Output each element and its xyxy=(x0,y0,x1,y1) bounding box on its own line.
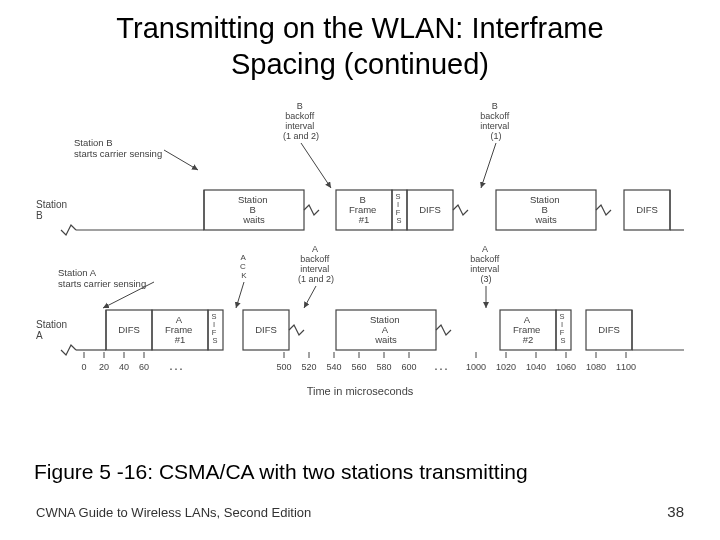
a-backoff-label-1: A backoff interval (1 and 2) xyxy=(298,244,334,284)
axis-tick: 600 xyxy=(401,352,416,372)
title-line-2: Spacing (continued) xyxy=(231,48,489,80)
svg-text:520: 520 xyxy=(301,362,316,372)
svg-text:1080: 1080 xyxy=(586,362,606,372)
axis-tick: 40 xyxy=(119,352,129,372)
a-ack-label: A C K xyxy=(240,253,248,280)
b-frame-1-box: B Frame #1 xyxy=(336,190,392,230)
station-a-label: Station A xyxy=(36,319,70,341)
a-difs-box-2: DIFS xyxy=(243,310,289,350)
page-number: 38 xyxy=(667,503,684,520)
title-line-1: Transmitting on the WLAN: Interframe xyxy=(116,12,603,44)
svg-text:40: 40 xyxy=(119,362,129,372)
svg-text:DIFS: DIFS xyxy=(419,204,441,215)
b-difs-box-2: DIFS xyxy=(624,190,670,230)
svg-text:1040: 1040 xyxy=(526,362,546,372)
a-difs-box-1: DIFS xyxy=(106,310,152,350)
axis-tick: 500 xyxy=(276,352,291,372)
gap-zig-icon xyxy=(304,205,319,215)
svg-text:S
        I
        F
        : S I F S xyxy=(211,312,218,345)
arrow-a-ack xyxy=(236,282,244,308)
gap-zig-icon xyxy=(436,325,451,335)
station-a-sense-label: Station A starts carrier sensing xyxy=(58,267,146,289)
svg-text:A
        Frame
        #2: A Frame #2 xyxy=(513,314,543,345)
svg-text:1000: 1000 xyxy=(466,362,486,372)
station-b-wait-box: Station B waits xyxy=(204,190,304,230)
svg-text:20: 20 xyxy=(99,362,109,372)
arrow-b-backoff-1 xyxy=(301,143,331,188)
arrow-a-backoff-1 xyxy=(304,286,316,308)
station-b-wait-box-2: Station B waits xyxy=(496,190,596,230)
footer-source: CWNA Guide to Wireless LANs, Second Edit… xyxy=(36,505,311,520)
svg-text:S
        I
        F
        : S I F S xyxy=(395,192,402,225)
station-b-sense-label: Station B starts carrier sensing xyxy=(74,137,162,159)
ellipsis-icon: . . . xyxy=(435,362,448,372)
b-difs-box-1: DIFS xyxy=(407,190,453,230)
axis-tick: 1000 xyxy=(466,352,486,372)
axis-tick: 580 xyxy=(376,352,391,372)
svg-text:1060: 1060 xyxy=(556,362,576,372)
svg-text:DIFS: DIFS xyxy=(598,324,620,335)
b-sifs-box: S I F S xyxy=(392,190,407,230)
zigzag-icon xyxy=(61,345,76,355)
axis-ticks: 0 20 40 60 . . . 500 520 540 560 580 600… xyxy=(76,352,684,372)
svg-text:Station
        A
        wait: Station A waits xyxy=(370,314,402,345)
gap-zig-icon xyxy=(453,205,468,215)
svg-text:1020: 1020 xyxy=(496,362,516,372)
a-sifs-box-2: S I F S xyxy=(556,310,571,350)
b-backoff-label-1: B backoff interval (1 and 2) xyxy=(283,101,319,141)
svg-text:600: 600 xyxy=(401,362,416,372)
svg-text:DIFS: DIFS xyxy=(636,204,658,215)
svg-text:560: 560 xyxy=(351,362,366,372)
axis-tick: 560 xyxy=(351,352,366,372)
zigzag-icon xyxy=(61,225,76,235)
axis-tick: 0 xyxy=(81,352,86,372)
a-frame-2-box: A Frame #2 xyxy=(500,310,556,350)
axis-tick: 1080 xyxy=(586,352,606,372)
b-backoff-label-2: B backoff interval (1) xyxy=(480,101,512,141)
ellipsis-icon: . . . xyxy=(170,362,183,372)
arrow-b-backoff-2 xyxy=(481,143,496,188)
figure-caption: Figure 5 -16: CSMA/CA with two stations … xyxy=(34,460,528,484)
slide-title: Transmitting on the WLAN: Interframe Spa… xyxy=(0,0,720,83)
a-sifs-box-1: S I F S xyxy=(208,310,223,350)
a-difs-box-3: DIFS xyxy=(586,310,632,350)
axis-tick: 1060 xyxy=(556,352,576,372)
svg-text:B
        Frame
        #1: B Frame #1 xyxy=(349,194,379,225)
svg-text:Station
        B
        wait: Station B waits xyxy=(238,194,270,225)
gap-zig-icon xyxy=(596,205,611,215)
arrow-b-sense xyxy=(164,150,198,170)
timing-diagram: Station B Station B starts carrier sensi… xyxy=(36,100,684,410)
svg-text:DIFS: DIFS xyxy=(255,324,277,335)
svg-text:1100: 1100 xyxy=(616,362,636,372)
svg-text:S
        I
        F
        : S I F S xyxy=(559,312,566,345)
axis-tick: 520 xyxy=(301,352,316,372)
svg-text:0: 0 xyxy=(81,362,86,372)
axis-tick: 1020 xyxy=(496,352,516,372)
axis-tick: 1100 xyxy=(616,352,636,372)
station-a-wait-box: Station A waits xyxy=(336,310,436,350)
svg-text:500: 500 xyxy=(276,362,291,372)
station-b-label: Station B xyxy=(36,199,70,221)
svg-text:580: 580 xyxy=(376,362,391,372)
svg-text:60: 60 xyxy=(139,362,149,372)
svg-text:A
        Frame
        #1: A Frame #1 xyxy=(165,314,195,345)
axis-tick: 20 xyxy=(99,352,109,372)
axis-tick: 60 xyxy=(139,352,149,372)
a-backoff-label-2: A backoff interval (3) xyxy=(470,244,502,284)
gap-zig-icon xyxy=(289,325,304,335)
a-frame-1-box: A Frame #1 xyxy=(152,310,208,350)
svg-text:540: 540 xyxy=(326,362,341,372)
axis-label: Time in microseconds xyxy=(307,385,414,397)
svg-text:Station
        B
        wait: Station B waits xyxy=(530,194,562,225)
axis-tick: 540 xyxy=(326,352,341,372)
svg-text:DIFS: DIFS xyxy=(118,324,140,335)
axis-tick: 1040 xyxy=(526,352,546,372)
